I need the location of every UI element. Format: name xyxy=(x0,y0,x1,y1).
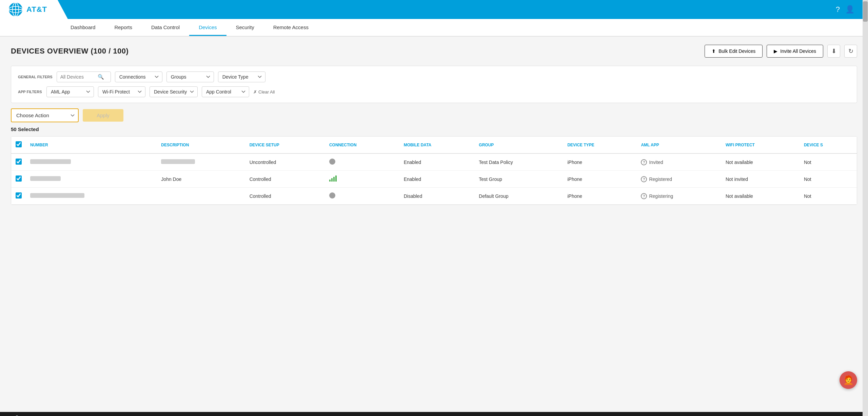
app-control-filter[interactable]: App Control xyxy=(202,86,249,97)
row3-checkbox[interactable] xyxy=(16,192,22,199)
chat-button[interactable]: 🧑‍🦰 xyxy=(840,371,857,389)
col-description: DESCRIPTION xyxy=(157,137,245,153)
col-wifi-protect: WIFI PROTECT xyxy=(722,137,800,153)
row2-connection xyxy=(325,171,400,188)
row2-device-setup: Controlled xyxy=(245,171,325,188)
scroll-thumb[interactable] xyxy=(863,1,868,22)
device-type-filter[interactable]: Device Type xyxy=(218,71,265,82)
row1-checkbox-cell xyxy=(11,153,26,171)
download-button[interactable]: ⬇ xyxy=(827,45,840,58)
row2-aml-label: Registered xyxy=(649,176,672,182)
row1-connection xyxy=(325,153,400,171)
row1-aml-label: Invited xyxy=(649,160,663,165)
wifi-protect-filter[interactable]: Wi-Fi Protect xyxy=(98,86,145,97)
row3-device-setup: Controlled xyxy=(245,188,325,205)
att-globe-icon xyxy=(8,2,23,17)
row1-description xyxy=(157,153,245,171)
col-checkbox xyxy=(11,137,26,153)
table-row: John Doe Controlled Enabled Test Group i… xyxy=(11,171,857,188)
action-row: Choose Action Apply xyxy=(11,108,857,122)
app-filters-label: APP FILTERS xyxy=(18,89,42,94)
select-all-checkbox[interactable] xyxy=(16,141,22,147)
att-logo-text: AT&T xyxy=(26,5,47,14)
download-icon: ⬇ xyxy=(831,47,836,55)
row2-device-type: iPhone xyxy=(563,171,637,188)
device-security-filter[interactable]: Device Security xyxy=(150,86,198,97)
logo-area: AT&T xyxy=(0,0,68,19)
page-header-row: DEVICES OVERVIEW (100 / 100) ⬆ Bulk Edit… xyxy=(11,45,857,58)
row1-number-placeholder xyxy=(30,159,71,164)
row3-aml-status: ? Registering xyxy=(641,193,717,199)
table-header-row: NUMBER DESCRIPTION DEVICE SETUP CONNECTI… xyxy=(11,137,857,153)
row3-connection xyxy=(325,188,400,205)
nav-remote-access[interactable]: Remote Access xyxy=(264,19,318,36)
nav-devices[interactable]: Devices xyxy=(189,19,226,36)
col-device-setup: DEVICE SETUP xyxy=(245,137,325,153)
play-icon: ▶ xyxy=(774,48,777,54)
row3-device-type: iPhone xyxy=(563,188,637,205)
row2-aml-icon: ? xyxy=(641,176,647,182)
row2-mobile-data: Enabled xyxy=(400,171,475,188)
apply-button[interactable]: Apply xyxy=(83,109,123,122)
user-icon[interactable]: 👤 xyxy=(845,5,854,14)
search-wrap[interactable]: 🔍 xyxy=(57,71,111,82)
row3-mobile-data: Disabled xyxy=(400,188,475,205)
search-input[interactable] xyxy=(60,74,98,80)
nav-security[interactable]: Security xyxy=(226,19,264,36)
connections-filter[interactable]: Connections xyxy=(115,71,162,82)
row3-aml-app: ? Registering xyxy=(637,188,722,205)
invite-all-button[interactable]: ▶ Invite All Devices xyxy=(767,45,823,58)
header-icons: ? 👤 xyxy=(836,5,854,14)
row2-number xyxy=(26,171,157,188)
nav-data-control[interactable]: Data Control xyxy=(142,19,189,36)
clear-all-button[interactable]: ✗ Clear All xyxy=(253,89,275,95)
clear-all-label: Clear All xyxy=(258,89,275,95)
bulk-edit-button[interactable]: ⬆ Bulk Edit Devices xyxy=(705,45,763,58)
groups-filter[interactable]: Groups xyxy=(166,71,214,82)
col-number: NUMBER xyxy=(26,137,157,153)
table-wrap: NUMBER DESCRIPTION DEVICE SETUP CONNECTI… xyxy=(11,136,857,205)
row2-checkbox-cell xyxy=(11,171,26,188)
row1-device-type: iPhone xyxy=(563,153,637,171)
row1-mobile-data: Enabled xyxy=(400,153,475,171)
row2-checkbox[interactable] xyxy=(16,175,22,182)
row3-aml-label: Registering xyxy=(649,193,673,199)
filters-section: GENERAL FILTERS 🔍 Connections Groups Dev… xyxy=(11,66,857,103)
scrollbar[interactable] xyxy=(863,0,868,416)
row3-device-s: Not xyxy=(800,188,857,205)
row2-wifi-protect: Not invited xyxy=(722,171,800,188)
row3-number xyxy=(26,188,157,205)
nav-reports[interactable]: Reports xyxy=(105,19,142,36)
refresh-icon: ↻ xyxy=(848,47,853,55)
footer: AT&T xyxy=(0,412,868,416)
table-row: Controlled Disabled Default Group iPhone… xyxy=(11,188,857,205)
bulk-edit-label: Bulk Edit Devices xyxy=(718,48,755,54)
app-filters-row: APP FILTERS AML App Wi-Fi Protect Device… xyxy=(18,86,850,97)
row3-number-placeholder xyxy=(30,193,84,198)
row1-device-s: Not xyxy=(800,153,857,171)
row2-aml-status: ? Registered xyxy=(641,176,717,182)
row1-checkbox[interactable] xyxy=(16,159,22,165)
clear-icon: ✗ xyxy=(253,89,257,95)
row3-wifi-protect: Not available xyxy=(722,188,800,205)
row3-conn-dot xyxy=(329,192,335,199)
nav-dashboard[interactable]: Dashboard xyxy=(61,19,105,36)
refresh-button[interactable]: ↻ xyxy=(844,45,857,58)
help-icon[interactable]: ? xyxy=(836,5,840,14)
col-device-s: DEVICE S xyxy=(800,137,857,153)
col-device-type: DEVICE TYPE xyxy=(563,137,637,153)
main-content: DEVICES OVERVIEW (100 / 100) ⬆ Bulk Edit… xyxy=(0,37,868,412)
row1-description-placeholder xyxy=(161,159,195,164)
row2-group: Test Group xyxy=(475,171,563,188)
header-actions: ⬆ Bulk Edit Devices ▶ Invite All Devices… xyxy=(705,45,857,58)
row2-aml-app: ? Registered xyxy=(637,171,722,188)
choose-action-select[interactable]: Choose Action xyxy=(11,108,79,122)
aml-app-filter[interactable]: AML App xyxy=(46,86,94,97)
row1-conn-dot xyxy=(329,159,335,165)
row3-aml-icon: ? xyxy=(641,193,647,199)
signal-bar-4 xyxy=(335,175,337,182)
nav-bar: Dashboard Reports Data Control Devices S… xyxy=(0,19,868,37)
general-filters-row: GENERAL FILTERS 🔍 Connections Groups Dev… xyxy=(18,71,850,82)
search-icon: 🔍 xyxy=(98,74,104,80)
row2-description: John Doe xyxy=(157,171,245,188)
